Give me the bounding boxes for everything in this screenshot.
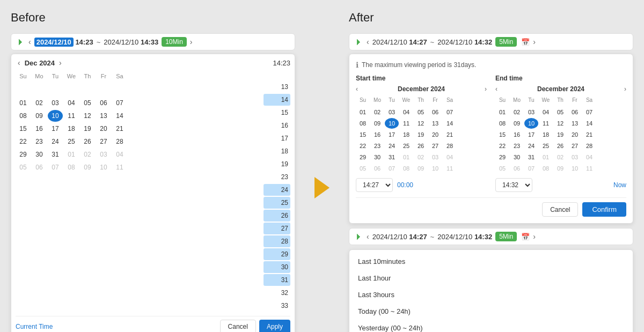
day-02-next[interactable]: 02 [80, 149, 95, 160]
start-label: Start time [356, 75, 487, 82]
apply-button[interactable]: Apply [259, 320, 290, 332]
day-01[interactable]: 01 [16, 97, 31, 109]
day-27[interactable]: 27 [96, 136, 111, 147]
main-container: Before ⏵ ‹ 2024/12/10 14:23 ~ 2024/12/10… [0, 0, 644, 332]
dow-fr: Fr [96, 70, 111, 82]
day-05-next[interactable]: 05 [16, 161, 31, 173]
day-21[interactable]: 21 [112, 123, 127, 135]
end-selected[interactable]: 10 [524, 118, 538, 129]
day-10-next[interactable]: 10 [96, 161, 111, 173]
before-picker-bar-1[interactable]: ⏵ ‹ 2024/12/10 14:23 ~ 2024/12/10 14:33 … [11, 33, 295, 50]
day-10-selected[interactable]: 10 [48, 110, 63, 122]
cancel-button[interactable]: Cancel [220, 320, 256, 332]
day-06-next[interactable]: 06 [32, 161, 47, 173]
before-badge-1[interactable]: 10Min [162, 37, 187, 47]
day-09[interactable]: 09 [32, 110, 47, 122]
day-05[interactable]: 05 [80, 97, 95, 109]
day-17[interactable]: 17 [48, 123, 63, 135]
after-badge-1[interactable]: 5Min [495, 37, 517, 47]
t16: 16 [264, 120, 290, 131]
dual-cancel-button[interactable]: Cancel [542, 202, 578, 217]
day-06[interactable]: 06 [96, 97, 111, 109]
day-15[interactable]: 15 [16, 123, 31, 135]
day-cell[interactable] [80, 84, 95, 96]
after-next-arrow[interactable]: › [533, 38, 536, 46]
simple-dropdown: Last 10minutes Last 1hour Last 3hours To… [349, 249, 633, 332]
after-next-arrow-2[interactable]: › [533, 232, 536, 241]
after-prev-arrow-2[interactable]: ‹ [367, 232, 369, 241]
after-picker-bar-1[interactable]: ⏵ ‹ 2024/12/10 14:27 ~ 2024/12/10 14:32 … [349, 33, 633, 50]
day-07[interactable]: 07 [112, 97, 127, 109]
day-20[interactable]: 20 [96, 123, 111, 135]
after-prev-arrow[interactable]: ‹ [367, 38, 369, 46]
dual-footer: Cancel Confirm [356, 197, 626, 217]
item-last1h[interactable]: Last 1hour [349, 270, 633, 286]
day-02[interactable]: 02 [32, 97, 47, 109]
after-picker-bar-2[interactable]: ⏵ ‹ 2024/12/10 14:27 ~ 2024/12/10 14:32 … [349, 228, 633, 245]
day-16[interactable]: 16 [32, 123, 47, 135]
end-w3: 15161718192021 [495, 129, 626, 140]
day-08-next[interactable]: 08 [64, 161, 79, 173]
day-04[interactable]: 04 [64, 97, 79, 109]
item-today[interactable]: Today (00 ~ 24h) [349, 303, 633, 320]
day-04-next[interactable]: 04 [112, 149, 127, 160]
before-next-arrow[interactable]: › [190, 38, 193, 46]
confirm-button[interactable]: Confirm [582, 202, 626, 217]
end-prev[interactable]: ‹ [495, 85, 497, 93]
item-last3h[interactable]: Last 3hours [349, 286, 633, 303]
after-badge-2[interactable]: 5Min [495, 232, 517, 241]
t19: 19 [264, 158, 290, 170]
cal-prev[interactable]: ‹ [16, 58, 23, 67]
day-23[interactable]: 23 [32, 136, 47, 147]
start-cal-header: ‹ December 2024 › [356, 85, 487, 93]
day-13[interactable]: 13 [96, 110, 111, 122]
day-cell[interactable] [112, 84, 127, 96]
end-hour-select[interactable]: 14:32 [495, 178, 532, 192]
now-link[interactable]: Now [613, 181, 626, 189]
start-w2: 08091011121314 [356, 118, 487, 129]
cal-next[interactable]: › [57, 58, 64, 67]
day-30[interactable]: 30 [32, 149, 47, 160]
start-next[interactable]: › [485, 85, 487, 93]
day-28[interactable]: 28 [112, 136, 127, 147]
day-cell[interactable] [48, 84, 63, 96]
m26: 26 [264, 210, 290, 222]
day-26[interactable]: 26 [80, 136, 95, 147]
week-5: 22 23 24 25 26 27 28 [16, 136, 261, 147]
start-selected[interactable]: 10 [385, 118, 399, 129]
start-hour-select[interactable]: 14:27 [356, 178, 393, 192]
day-07-next[interactable]: 07 [48, 161, 63, 173]
day-18[interactable]: 18 [64, 123, 79, 135]
start-minute-blue: 00:00 [397, 181, 413, 189]
day-08[interactable]: 08 [16, 110, 31, 122]
item-yesterday[interactable]: Yesterday (00 ~ 24h) [349, 320, 633, 332]
item-last10m[interactable]: Last 10minutes [349, 253, 633, 270]
day-22[interactable]: 22 [16, 136, 31, 147]
day-19[interactable]: 19 [80, 123, 95, 135]
day-29[interactable]: 29 [16, 149, 31, 160]
day-cell[interactable] [32, 84, 47, 96]
day-12[interactable]: 12 [80, 110, 95, 122]
day-14[interactable]: 14 [112, 110, 127, 122]
day-03-next[interactable]: 03 [96, 149, 111, 160]
before-title: Before [11, 11, 295, 25]
current-time-link[interactable]: Current Time [16, 323, 53, 330]
day-cell[interactable] [16, 84, 31, 96]
day-11-next[interactable]: 11 [112, 161, 127, 173]
day-25[interactable]: 25 [64, 136, 79, 147]
day-03[interactable]: 03 [48, 97, 63, 109]
calendar-icon-2: 📅 [521, 233, 530, 241]
after-time-to: 14:32 [474, 38, 492, 46]
start-month: December 2024 [398, 85, 445, 93]
day-09-next[interactable]: 09 [80, 161, 95, 173]
start-prev[interactable]: ‹ [356, 85, 358, 93]
end-next[interactable]: › [624, 85, 626, 93]
day-cell[interactable] [64, 84, 79, 96]
day-cell[interactable] [96, 84, 111, 96]
day-31[interactable]: 31 [48, 149, 63, 160]
day-24[interactable]: 24 [48, 136, 63, 147]
dow-mo: Mo [32, 70, 47, 82]
day-01-next[interactable]: 01 [64, 149, 79, 160]
day-11[interactable]: 11 [64, 110, 79, 122]
before-prev-arrow[interactable]: ‹ [28, 38, 31, 46]
